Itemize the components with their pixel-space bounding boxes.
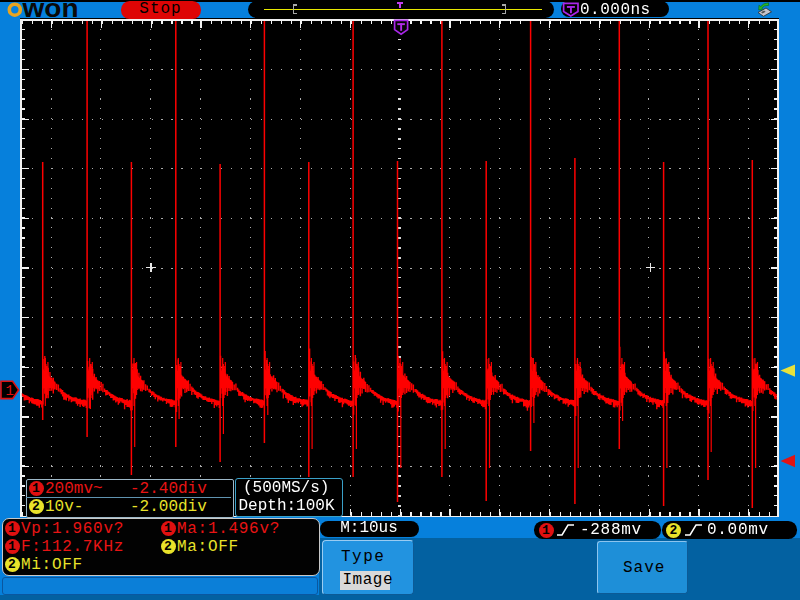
svg-text:1: 1 (6, 383, 14, 399)
svg-text:won: won (21, 0, 78, 20)
